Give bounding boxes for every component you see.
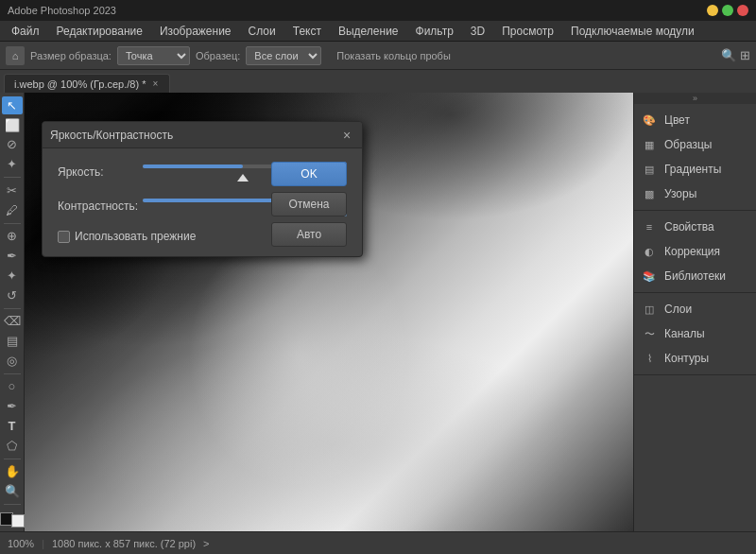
- show-ring-label: Показать кольцо пробы: [336, 50, 451, 61]
- properties-icon: ≡: [642, 219, 657, 234]
- dialog-title-bar[interactable]: Яркость/Контрастность ×: [43, 122, 362, 148]
- legacy-checkbox-label[interactable]: Использовать прежние: [58, 230, 196, 243]
- adjustments-label: Коррекция: [664, 245, 720, 258]
- menu-file[interactable]: Файл: [4, 23, 47, 40]
- panel-libraries[interactable]: 📚 Библиотеки: [634, 264, 756, 288]
- legacy-checkbox[interactable]: [58, 231, 70, 243]
- background-color[interactable]: [11, 514, 25, 528]
- sample-size-select[interactable]: Точка 3x3 пикс. 5x5 пикс.: [117, 46, 190, 65]
- contrast-label: Контрастность:: [58, 199, 143, 213]
- menu-image[interactable]: Изображение: [152, 23, 239, 40]
- status-arrow[interactable]: >: [203, 538, 209, 549]
- tool-eyedropper[interactable]: 🖊: [2, 201, 23, 219]
- panel-gradients[interactable]: ▤ Градиенты: [634, 157, 756, 182]
- menu-filter[interactable]: Фильтр: [408, 23, 461, 40]
- patterns-icon: ▩: [642, 186, 657, 201]
- zoom-level: 100%: [8, 538, 34, 549]
- tool-heal[interactable]: ⊕: [2, 227, 23, 245]
- tool-lasso[interactable]: ⊘: [2, 136, 23, 154]
- panel-collapse-button[interactable]: »: [634, 93, 756, 104]
- active-tab[interactable]: i.webp @ 100% (Гр.сер./8) * ×: [4, 74, 170, 93]
- menu-plugins[interactable]: Подключаемые модули: [563, 23, 702, 40]
- color-icon: 🎨: [642, 113, 657, 128]
- menu-view[interactable]: Просмотр: [494, 23, 561, 40]
- panel-patterns[interactable]: ▩ Узоры: [634, 182, 756, 206]
- menu-layers[interactable]: Слои: [241, 23, 284, 40]
- panel-properties[interactable]: ≡ Свойства: [634, 215, 756, 239]
- collapse-arrow: »: [693, 94, 697, 103]
- document-dimensions: 1080 пикс. x 857 пикс. (72 ppi): [52, 538, 196, 549]
- tool-blur[interactable]: ◎: [2, 352, 23, 370]
- close-button[interactable]: [737, 5, 748, 16]
- window-icon[interactable]: ⊞: [740, 48, 750, 62]
- minimize-button[interactable]: [707, 5, 718, 16]
- dialog-buttons: OK Отмена Авто: [271, 162, 347, 247]
- tool-move[interactable]: ↖: [2, 96, 23, 114]
- tool-marquee[interactable]: ⬜: [2, 116, 23, 134]
- brightness-track: [143, 164, 292, 168]
- tool-history-brush[interactable]: ↺: [2, 286, 23, 304]
- dialog-close-button[interactable]: ×: [339, 128, 354, 143]
- tool-gradient[interactable]: ▤: [2, 332, 23, 350]
- tool-pen[interactable]: ✒: [2, 397, 23, 415]
- main-area: ↖ ⬜ ⊘ ✦ ✂ 🖊 ⊕ ✒ ✦ ↺ ⌫ ▤ ◎ ○ ✒ T ⬠ ✋ 🔍: [0, 93, 756, 531]
- ok-button[interactable]: OK: [271, 162, 347, 186]
- legacy-label: Использовать прежние: [75, 230, 196, 243]
- tool-separator-3: [4, 308, 21, 309]
- patterns-label: Узоры: [664, 187, 696, 200]
- tool-shape[interactable]: ⬠: [2, 437, 23, 455]
- tab-label: i.webp @ 100% (Гр.сер./8) *: [14, 78, 146, 90]
- window-controls[interactable]: [707, 5, 748, 16]
- contrast-slider-container: [143, 199, 292, 214]
- left-toolbar: ↖ ⬜ ⊘ ✦ ✂ 🖊 ⊕ ✒ ✦ ↺ ⌫ ▤ ◎ ○ ✒ T ⬠ ✋ 🔍: [0, 93, 25, 531]
- swatches-label: Образцы: [664, 138, 712, 151]
- menu-3d[interactable]: 3D: [463, 23, 492, 40]
- layers-icon: ◫: [642, 302, 657, 317]
- tool-dodge[interactable]: ○: [2, 378, 23, 396]
- tool-separator-4: [4, 373, 21, 374]
- tool-separator-1: [4, 177, 21, 178]
- menu-select[interactable]: Выделение: [331, 23, 406, 40]
- properties-label: Свойства: [664, 220, 714, 234]
- tool-brush[interactable]: ✒: [2, 247, 23, 265]
- panel-channels[interactable]: 〜 Каналы: [634, 321, 756, 346]
- channels-label: Каналы: [664, 327, 705, 340]
- canvas-area: Яркость/Контрастность × Яркость: 44: [25, 93, 633, 531]
- sample-select[interactable]: Все слои: [246, 46, 321, 65]
- tab-close-button[interactable]: ×: [150, 78, 160, 89]
- maximize-button[interactable]: [722, 5, 733, 16]
- menu-edit[interactable]: Редактирование: [49, 23, 150, 40]
- size-label: Размер образца:: [30, 50, 112, 61]
- sample-label: Образец:: [196, 50, 240, 61]
- panel-section-properties: ≡ Свойства ◐ Коррекция 📚 Библиотеки: [634, 211, 756, 293]
- gradients-icon: ▤: [642, 162, 657, 177]
- tool-eraser[interactable]: ⌫: [2, 312, 23, 330]
- panel-swatches[interactable]: ▦ Образцы: [634, 132, 756, 157]
- title-bar-left: Adobe Photoshop 2023: [8, 5, 116, 16]
- tool-zoom[interactable]: 🔍: [2, 482, 23, 500]
- panel-adjustments[interactable]: ◐ Коррекция: [634, 239, 756, 264]
- panel-color[interactable]: 🎨 Цвет: [634, 108, 756, 132]
- brightness-fill: [143, 164, 243, 168]
- home-button[interactable]: ⌂: [6, 46, 25, 65]
- tool-hand[interactable]: ✋: [2, 463, 23, 481]
- brightness-slider-container: [143, 164, 292, 180]
- tool-clone[interactable]: ✦: [2, 267, 23, 285]
- search-icon[interactable]: 🔍: [721, 48, 736, 62]
- contrast-fill: [143, 199, 292, 202]
- status-bar: 100% | 1080 пикс. x 857 пикс. (72 ppi) >: [0, 531, 756, 554]
- tool-separator-5: [4, 459, 21, 459]
- title-bar: Adobe Photoshop 2023: [0, 0, 756, 21]
- menu-text[interactable]: Текст: [285, 23, 329, 40]
- cancel-button[interactable]: Отмена: [271, 192, 347, 216]
- auto-button[interactable]: Авто: [271, 222, 347, 247]
- brightness-thumb[interactable]: [237, 174, 249, 182]
- paths-label: Контуры: [664, 352, 709, 365]
- contrast-thumb-row: [143, 204, 292, 214]
- status-separator: |: [42, 538, 44, 549]
- tool-text[interactable]: T: [2, 417, 23, 435]
- panel-paths[interactable]: ⌇ Контуры: [634, 346, 756, 371]
- panel-layers[interactable]: ◫ Слои: [634, 297, 756, 321]
- tool-magic-wand[interactable]: ✦: [2, 155, 23, 173]
- tool-crop[interactable]: ✂: [2, 182, 23, 199]
